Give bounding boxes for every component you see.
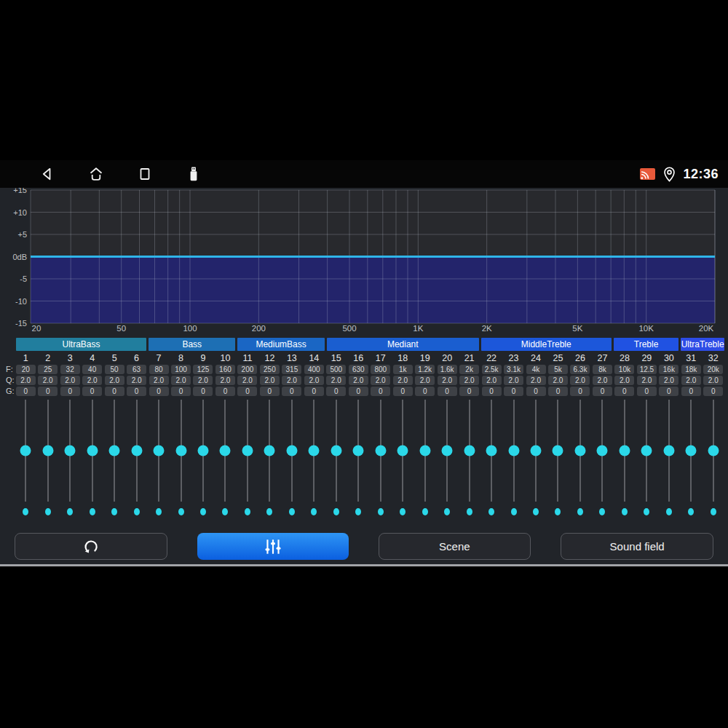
band-gain-slider[interactable]	[480, 400, 502, 502]
slider-knob[interactable]	[87, 446, 98, 456]
band-indicator-dot	[711, 508, 716, 515]
band-gain-slider[interactable]	[636, 400, 657, 502]
band-freq-value: 50	[105, 365, 124, 374]
band-q-value: 2.0	[260, 376, 280, 385]
band-gain-slider[interactable]	[347, 400, 369, 502]
band-gain-slider[interactable]	[703, 400, 724, 502]
band-gain-slider[interactable]	[258, 400, 280, 502]
band-gain-value: 0	[681, 387, 701, 396]
slider-knob[interactable]	[531, 446, 542, 456]
band-column: 101602.00	[214, 352, 236, 515]
band-column: 6632.00	[125, 352, 147, 515]
band-indicator-dot	[666, 508, 672, 515]
band-gain-slider[interactable]	[502, 400, 524, 502]
slider-knob[interactable]	[508, 446, 519, 456]
band-number: 18	[397, 352, 408, 364]
slider-knob[interactable]	[419, 446, 430, 456]
band-gain-slider[interactable]	[414, 400, 435, 502]
band-q-value: 2.0	[681, 376, 701, 385]
slider-knob[interactable]	[154, 446, 165, 456]
band-gain-slider[interactable]	[237, 400, 258, 502]
slider-knob[interactable]	[197, 446, 208, 456]
band-gain-slider[interactable]	[214, 400, 236, 502]
band-freq-value: 25	[38, 365, 58, 374]
band-indicator-dot	[289, 508, 295, 515]
band-gain-slider[interactable]	[569, 400, 591, 502]
band-gain-slider[interactable]	[658, 400, 680, 502]
slider-knob[interactable]	[641, 446, 652, 456]
slider-knob[interactable]	[109, 446, 120, 456]
slider-knob[interactable]	[242, 446, 253, 456]
band-gain-slider[interactable]	[192, 400, 214, 502]
band-gain-slider[interactable]	[148, 400, 170, 502]
band-gain-slider[interactable]	[81, 400, 103, 502]
slider-knob[interactable]	[42, 446, 53, 456]
slider-knob[interactable]	[220, 446, 231, 456]
back-button[interactable]	[38, 165, 57, 183]
band-gain-slider[interactable]	[303, 400, 325, 502]
band-gain-slider[interactable]	[591, 400, 613, 502]
band-number: 6	[134, 352, 139, 364]
band-indicator-dot	[134, 508, 140, 515]
band-gain-slider[interactable]	[458, 400, 480, 502]
band-gain-slider[interactable]	[436, 400, 458, 502]
band-gain-slider[interactable]	[103, 400, 125, 502]
band-gain-slider[interactable]	[370, 400, 392, 502]
band-indicator-dot	[511, 508, 517, 515]
slider-knob[interactable]	[65, 446, 76, 456]
band-indicator-dot	[422, 508, 428, 515]
band-gain-slider[interactable]	[59, 400, 81, 502]
band-number: 2	[45, 352, 50, 364]
band-q-value: 2.0	[237, 376, 257, 385]
band-gain-slider[interactable]	[325, 400, 347, 502]
slider-knob[interactable]	[486, 446, 497, 456]
band-gain-value: 0	[304, 387, 324, 396]
slider-knob[interactable]	[131, 446, 142, 456]
slider-knob[interactable]	[708, 446, 719, 456]
slider-knob[interactable]	[175, 446, 186, 456]
slider-knob[interactable]	[331, 446, 341, 456]
band-gain-value: 0	[282, 387, 301, 396]
band-gain-slider[interactable]	[614, 400, 636, 502]
cast-icon	[639, 167, 656, 181]
slider-knob[interactable]	[553, 446, 563, 456]
slider-knob[interactable]	[353, 446, 364, 456]
slider-knob[interactable]	[464, 446, 475, 456]
slider-knob[interactable]	[597, 446, 608, 456]
band-q-value: 2.0	[38, 376, 58, 385]
band-gain-slider[interactable]	[36, 400, 58, 502]
slider-knob[interactable]	[309, 446, 320, 456]
home-button[interactable]	[87, 165, 106, 183]
slider-knob[interactable]	[286, 446, 297, 456]
band-gain-slider[interactable]	[547, 400, 569, 502]
band-gain-slider[interactable]	[281, 400, 303, 502]
band-freq-value: 125	[193, 365, 213, 374]
band-column: 155002.00	[325, 352, 347, 515]
slider-knob[interactable]	[442, 446, 453, 456]
band-indicator-dot	[245, 508, 250, 515]
slider-knob[interactable]	[375, 446, 386, 456]
band-indicator-dot	[90, 508, 95, 515]
reset-button[interactable]	[15, 533, 167, 560]
equalizer-button[interactable]	[197, 533, 349, 560]
band-number: 5	[112, 352, 117, 364]
slider-knob[interactable]	[663, 446, 674, 456]
band-number: 11	[242, 352, 252, 364]
band-gain-slider[interactable]	[525, 400, 547, 502]
band-freq-value: 100	[171, 365, 191, 374]
sound-field-button[interactable]: Sound field	[561, 533, 713, 560]
slider-knob[interactable]	[264, 446, 275, 456]
band-gain-slider[interactable]	[125, 400, 147, 502]
band-gain-slider[interactable]	[392, 400, 414, 502]
usb-button[interactable]	[184, 165, 203, 183]
slider-knob[interactable]	[20, 446, 31, 456]
recents-button[interactable]	[135, 165, 154, 183]
slider-knob[interactable]	[619, 446, 630, 456]
slider-knob[interactable]	[574, 446, 585, 456]
band-gain-slider[interactable]	[680, 400, 702, 502]
band-gain-slider[interactable]	[15, 400, 36, 502]
scene-button[interactable]: Scene	[379, 533, 531, 560]
slider-knob[interactable]	[397, 446, 408, 456]
slider-knob[interactable]	[686, 446, 697, 456]
band-gain-slider[interactable]	[170, 400, 191, 502]
